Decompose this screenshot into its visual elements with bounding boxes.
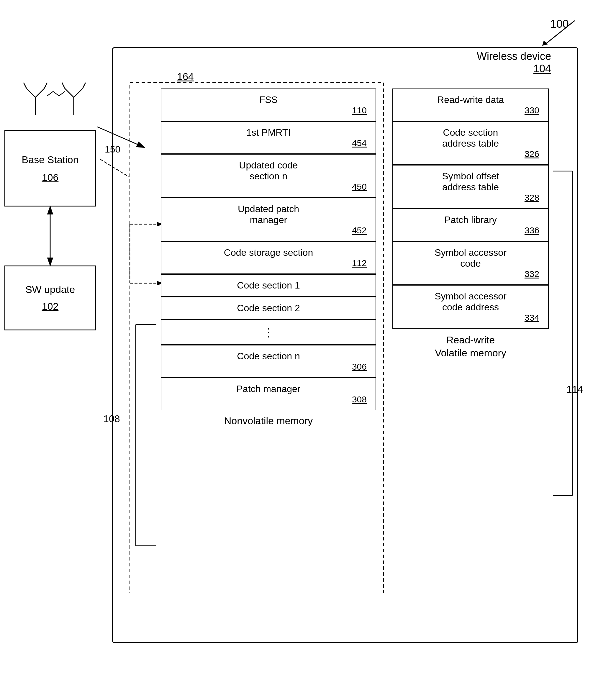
label-108: 108	[103, 413, 120, 424]
base-station-box: Base Station 106	[4, 130, 96, 206]
cell-symbol-accessor-code-addr: Symbol accessorcode address 334	[392, 285, 549, 329]
antenna-svg	[21, 80, 103, 121]
cell-code-section-n: Code section n 306	[161, 345, 376, 378]
cell-fss: FSS 110	[161, 88, 376, 121]
svg-line-11	[83, 83, 86, 88]
cell-code-section-addr-table: Code sectionaddress table 326	[392, 121, 549, 165]
cell-updated-patch-manager: Updated patchmanager 452	[161, 198, 376, 241]
svg-line-10	[62, 83, 65, 88]
cell-code-section-2: Code section 2	[161, 297, 376, 319]
svg-line-8	[65, 88, 74, 97]
nonvolatile-memory: FSS 110 1st PMRTI 454 Updated codesectio…	[161, 88, 376, 426]
svg-marker-1	[542, 41, 548, 46]
volatile-label: Read-writeVolatile memory	[392, 333, 549, 359]
cell-updated-code: Updated codesection n 450	[161, 154, 376, 198]
cell-symbol-accessor-code: Symbol accessorcode 332	[392, 241, 549, 285]
label-150: 150	[105, 144, 120, 155]
cell-code-section-1: Code section 1	[161, 274, 376, 297]
cell-patch-library: Patch library 336	[392, 208, 549, 241]
wireless-device-label: Wireless device 104	[477, 50, 551, 75]
svg-line-9	[74, 88, 83, 97]
cell-ellipsis: ⋮	[161, 319, 376, 345]
cell-patch-manager: Patch manager 308	[161, 378, 376, 410]
cell-symbol-offset-addr-table: Symbol offsetaddress table 328	[392, 165, 549, 208]
svg-line-3	[26, 88, 36, 97]
label-114: 114	[567, 383, 583, 395]
cell-pmrti: 1st PMRTI 454	[161, 121, 376, 154]
arrow-100-svg	[528, 15, 587, 50]
svg-line-0	[545, 21, 575, 44]
svg-line-4	[36, 88, 44, 97]
nonvolatile-label: Nonvolatile memory	[161, 415, 376, 426]
svg-line-5	[24, 83, 26, 88]
cell-code-storage: Code storage section 112	[161, 241, 376, 274]
diagram: 100 Wireless device 104 164 Base Station…	[0, 0, 616, 685]
sw-update-box: SW update 102	[4, 265, 96, 330]
volatile-memory: Read-write data 330 Code sectionaddress …	[392, 88, 549, 359]
label-164: 164	[177, 71, 194, 82]
cell-rw-data: Read-write data 330	[392, 88, 549, 121]
svg-line-6	[44, 83, 47, 88]
